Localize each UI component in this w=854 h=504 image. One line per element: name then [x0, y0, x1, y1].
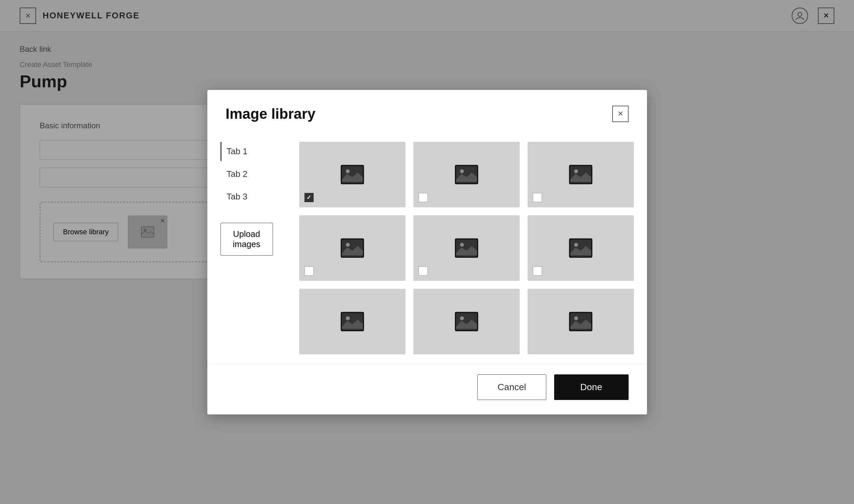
sidebar-item-tab3[interactable]: Tab 3 [220, 187, 273, 206]
image-checkbox-2[interactable] [419, 193, 428, 202]
image-card-9[interactable] [528, 289, 634, 354]
sidebar-item-tab1[interactable]: Tab 1 [220, 142, 273, 161]
images-row-2 [299, 215, 634, 281]
cancel-button[interactable]: Cancel [477, 374, 546, 400]
image-checkbox-6[interactable] [533, 267, 542, 276]
svg-point-8 [460, 169, 464, 173]
modal-sidebar: Tab 1 Tab 2 Tab 3 Upload images [207, 132, 286, 364]
images-grid [286, 132, 647, 364]
modal-header: Image library ✕ [207, 90, 647, 132]
images-row-3 [299, 289, 634, 354]
svg-point-11 [574, 169, 578, 173]
svg-point-26 [460, 316, 464, 320]
image-card-1[interactable] [299, 142, 405, 208]
svg-point-17 [460, 243, 464, 247]
svg-point-29 [574, 316, 578, 320]
modal-close-button[interactable]: ✕ [612, 106, 629, 122]
image-card-3[interactable] [528, 142, 634, 208]
svg-point-14 [346, 243, 350, 247]
image-library-modal: Image library ✕ Tab 1 Tab 2 Tab 3 Upload… [207, 90, 647, 414]
image-checkbox-5[interactable] [419, 267, 428, 276]
images-row-1 [299, 142, 634, 208]
modal-title: Image library [226, 106, 315, 122]
modal-overlay: Image library ✕ Tab 1 Tab 2 Tab 3 Upload… [0, 0, 854, 504]
image-checkbox-3[interactable] [533, 193, 542, 202]
image-card-2[interactable] [413, 142, 520, 208]
modal-footer: Cancel Done [207, 364, 647, 414]
upload-images-button[interactable]: Upload images [220, 223, 273, 256]
image-checkbox-4[interactable] [305, 267, 314, 276]
image-card-4[interactable] [299, 215, 405, 281]
image-card-8[interactable] [413, 289, 520, 354]
image-card-7[interactable] [299, 289, 405, 354]
image-checkbox-1[interactable] [305, 193, 314, 202]
image-card-6[interactable] [528, 215, 634, 281]
svg-point-23 [346, 316, 350, 320]
modal-body: Tab 1 Tab 2 Tab 3 Upload images [207, 132, 647, 364]
svg-point-5 [346, 169, 350, 173]
sidebar-item-tab2[interactable]: Tab 2 [220, 164, 273, 184]
svg-point-20 [574, 243, 578, 247]
done-button[interactable]: Done [554, 374, 629, 400]
image-card-5[interactable] [413, 215, 520, 281]
